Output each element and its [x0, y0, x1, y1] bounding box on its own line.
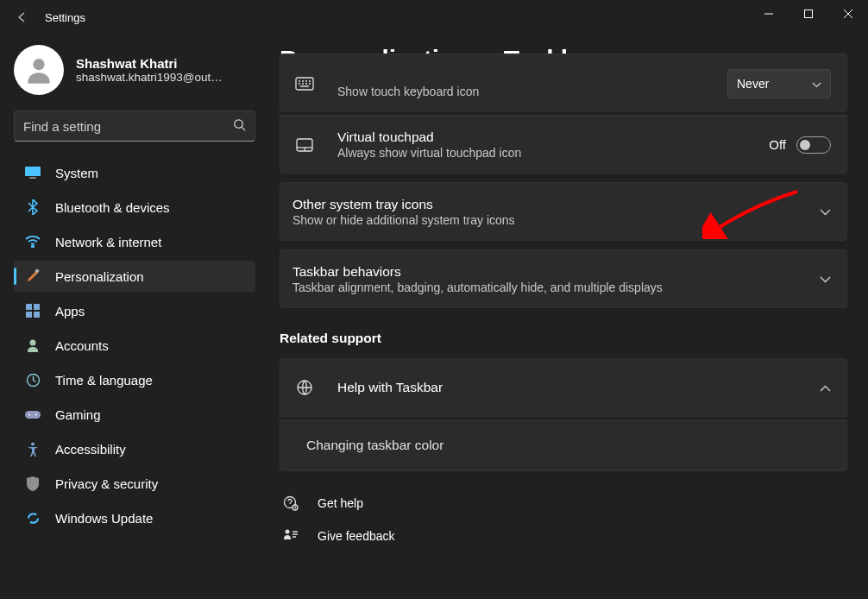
minimize-button[interactable]	[749, 0, 789, 28]
chevron-down-icon	[820, 272, 831, 286]
nav-time-language[interactable]: Time & language	[14, 364, 255, 395]
gamepad-icon	[24, 406, 41, 423]
accessibility-icon	[24, 440, 41, 457]
shield-icon	[24, 475, 41, 492]
touchpad-icon	[292, 133, 317, 157]
help-icon	[281, 495, 300, 511]
touch-keyboard-select[interactable]: Never	[727, 69, 831, 98]
nav-accounts[interactable]: Accounts	[14, 330, 255, 361]
nav-windows-update[interactable]: Windows Update	[14, 502, 255, 533]
svg-point-12	[30, 340, 36, 346]
svg-rect-8	[26, 304, 32, 310]
svg-point-16	[35, 413, 37, 415]
nav-apps[interactable]: Apps	[14, 295, 255, 326]
svg-point-3	[235, 120, 242, 128]
bluetooth-icon	[24, 199, 41, 216]
related-support-header: Related support	[280, 331, 847, 346]
nav: System Bluetooth & devices Network & int…	[14, 157, 255, 533]
svg-rect-10	[26, 312, 32, 318]
row-desc: Show touch keyboard icon	[337, 85, 727, 98]
search-icon	[233, 118, 246, 134]
feedback-icon	[281, 528, 300, 544]
update-icon	[24, 509, 41, 526]
get-help-link[interactable]: Get help	[280, 487, 847, 520]
row-title: Other system tray icons	[292, 197, 820, 212]
nav-personalization[interactable]: Personalization	[14, 261, 255, 292]
avatar	[14, 45, 64, 95]
close-button[interactable]	[828, 0, 868, 28]
titlebar: Settings	[0, 0, 868, 35]
svg-point-15	[28, 413, 30, 415]
nav-bluetooth[interactable]: Bluetooth & devices	[14, 192, 255, 223]
back-button[interactable]	[12, 7, 33, 28]
globe-help-icon	[292, 375, 317, 400]
row-desc: Always show virtual touchpad icon	[337, 146, 769, 160]
svg-point-6	[32, 245, 34, 247]
user-email: shashwat.khatri1993@out…	[76, 71, 223, 84]
toggle-label: Off	[769, 137, 786, 152]
virtual-touchpad-toggle[interactable]	[796, 136, 831, 154]
keyboard-icon	[292, 72, 317, 96]
svg-point-2	[33, 59, 44, 70]
app-title: Settings	[45, 11, 85, 24]
svg-rect-9	[34, 304, 40, 310]
svg-rect-14	[25, 411, 41, 419]
row-title: Help with Taskbar	[337, 380, 820, 395]
chevron-down-icon	[812, 77, 821, 91]
paintbrush-icon	[24, 268, 41, 285]
chevron-down-icon	[820, 205, 831, 218]
maximize-button[interactable]	[789, 0, 828, 28]
apps-icon	[24, 302, 41, 319]
nav-gaming[interactable]: Gaming	[14, 399, 255, 430]
give-feedback-link[interactable]: Give feedback	[280, 520, 847, 552]
sidebar: Shashwat Khatri shashwat.khatri1993@out……	[0, 35, 259, 599]
svg-point-25	[286, 530, 290, 534]
svg-rect-4	[25, 167, 41, 176]
person-icon	[24, 337, 41, 354]
setting-other-tray-icons[interactable]: Other system tray icons Show or hide add…	[280, 182, 847, 241]
search-input[interactable]	[23, 119, 233, 134]
user-name: Shashwat Khatri	[76, 56, 223, 71]
setting-touch-keyboard[interactable]: Touch keyboard Show touch keyboard icon …	[280, 54, 847, 112]
globe-clock-icon	[24, 371, 41, 388]
nav-network[interactable]: Network & internet	[14, 226, 255, 257]
svg-rect-11	[34, 312, 40, 318]
setting-virtual-touchpad[interactable]: Virtual touchpad Always show virtual tou…	[280, 115, 847, 173]
nav-privacy[interactable]: Privacy & security	[14, 468, 255, 499]
row-desc: Show or hide additional system tray icon…	[292, 213, 820, 227]
nav-system[interactable]: System	[14, 157, 255, 188]
row-title: Virtual touchpad	[337, 129, 769, 145]
search-box[interactable]	[14, 110, 255, 142]
row-desc: Taskbar alignment, badging, automaticall…	[292, 281, 820, 294]
chevron-up-icon	[820, 381, 831, 394]
nav-accessibility[interactable]: Accessibility	[14, 433, 255, 464]
setting-taskbar-behaviors[interactable]: Taskbar behaviors Taskbar alignment, bad…	[280, 249, 847, 308]
main-content: Personalization › Taskbar Touch keyboard…	[259, 35, 868, 599]
user-card[interactable]: Shashwat Khatri shashwat.khatri1993@out…	[14, 45, 255, 95]
help-with-taskbar[interactable]: Help with Taskbar	[280, 358, 847, 417]
monitor-icon	[24, 164, 41, 181]
wifi-icon	[24, 233, 41, 250]
help-sub-item[interactable]: Changing taskbar color	[280, 419, 847, 471]
svg-point-17	[31, 442, 35, 445]
svg-rect-1	[805, 10, 813, 18]
row-title: Taskbar behaviors	[292, 264, 820, 280]
svg-rect-5	[29, 177, 36, 179]
